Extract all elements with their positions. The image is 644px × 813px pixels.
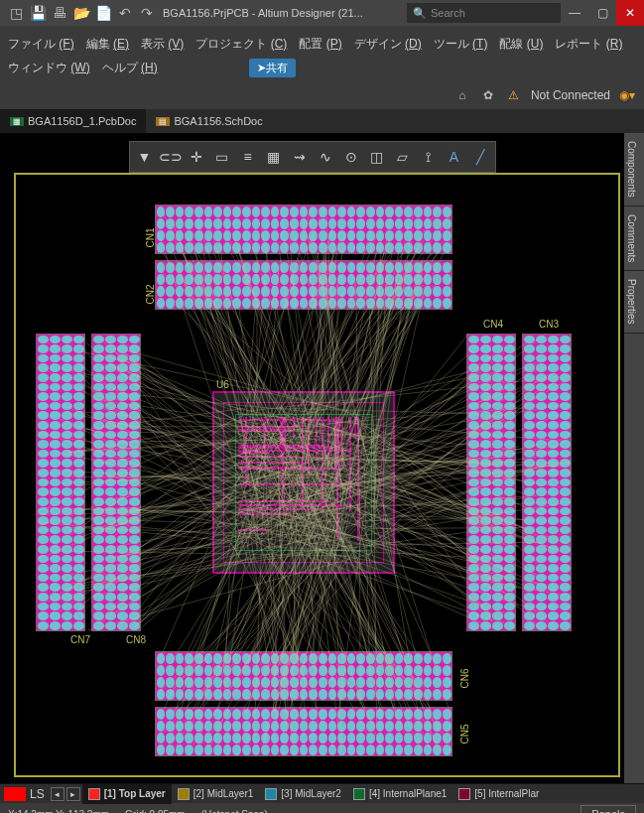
layer-prev-button[interactable]: ◂ [51,787,64,801]
magnet-icon[interactable]: ⊂⊃ [158,144,184,170]
search-input[interactable]: 🔍 Search [407,3,561,23]
filter-icon[interactable]: ▼ [132,144,158,170]
save-icon[interactable]: 💾 [28,3,48,23]
layer-tab[interactable]: [5] InternalPlar [452,784,545,804]
menu-help[interactable]: ヘルプ (H) [102,60,158,76]
menu-item[interactable]: ツール (T) [434,36,488,53]
status-grid: Grid: 0.05mm [125,809,186,814]
gear-icon[interactable]: ✿ [479,88,497,102]
menu-item[interactable]: デザイン (D) [354,36,422,53]
layer-color-swatch [4,787,26,801]
bga-u6: U6 [214,393,393,572]
warning-icon[interactable]: ⚠ [505,88,523,102]
label-cn2: CN2 [145,284,156,304]
maximize-button[interactable]: ▢ [588,0,616,26]
label-ls: LS [30,787,45,801]
label-cn3: CN3 [539,319,559,330]
open-icon[interactable]: 📂 [71,3,91,23]
label-cn1: CN1 [145,227,156,247]
app-icon: ◳ [6,3,26,23]
menu-window[interactable]: ウィンドウ (W) [8,60,90,76]
menu-item[interactable]: プロジェクト (C) [195,36,287,53]
user-icon[interactable]: ◉▾ [618,88,636,102]
layer-tab[interactable]: [3] MidLayer2 [259,784,347,804]
status-snap: (Hotspot Snap) [201,809,268,814]
document-tab[interactable]: ▤BGA1156.SchDoc [146,109,272,133]
svg-line-95 [288,229,332,417]
document-tab[interactable]: ▦BGA1156D_1.PcbDoc [0,109,146,133]
window-title: BGA1156.PrjPCB - Altium Designer (21... [163,7,407,19]
layer-next-button[interactable]: ▸ [66,787,80,801]
text-icon[interactable]: A [442,144,467,170]
side-tab-comments[interactable]: Comments [624,206,644,271]
label-cn5: CN5 [459,724,470,744]
select-icon[interactable]: ▭ [209,144,235,170]
layer-tab[interactable]: [1] Top Layer [82,784,172,804]
layer-tab[interactable]: [4] InternalPlane1 [347,784,452,804]
pcb-canvas[interactable]: U6 CN1 CN2 CN7 CN8 CN4 CN3 CN6 CN5 [14,173,620,777]
layer-bar: LS ◂ ▸ [1] Top Layer[2] MidLayer1[3] Mid… [0,783,644,803]
pad-icon[interactable]: ▦ [261,144,287,170]
print-icon[interactable]: 🖶 [50,3,69,23]
menu-item[interactable]: ファイル (F) [8,36,74,53]
label-cn7: CN7 [70,634,90,645]
status-coord: X:14.2mm Y:-113.2mm [8,809,109,814]
status-bar: X:14.2mm Y:-113.2mm Grid: 0.05mm (Hotspo… [0,803,644,813]
close-button[interactable]: ✕ [616,0,644,26]
label-cn6: CN6 [459,668,470,688]
fill-icon[interactable]: ◫ [364,144,390,170]
open2-icon[interactable]: 📄 [93,3,113,23]
undo-icon[interactable]: ↶ [115,3,135,23]
label-cn8: CN8 [126,634,146,645]
search-placeholder: Search [431,7,465,19]
side-tab-components[interactable]: Components [624,133,644,206]
layer-tab[interactable]: [2] MidLayer1 [172,784,260,804]
minimize-button[interactable]: — [561,0,588,26]
diff-icon[interactable]: ∿ [313,144,338,170]
side-tab-properties[interactable]: Properties [624,271,644,334]
align-icon[interactable]: ≡ [235,144,261,170]
panels-button[interactable]: Panels [580,805,636,813]
line-icon[interactable]: ╱ [467,144,493,170]
via-icon[interactable]: ⊙ [338,144,364,170]
label-u6: U6 [216,379,229,390]
menu-item[interactable]: レポート (R) [555,36,622,53]
pcb-editor[interactable]: ▼ ⊂⊃ ✛ ▭ ≡ ▦ ⇝ ∿ ⊙ ◫ ▱ ⟟ A ╱ U6 CN1 [0,133,624,783]
home-icon[interactable]: ⌂ [453,88,471,102]
connect-status: Not Connected [531,88,610,102]
editor-toolbar: ▼ ⊂⊃ ✛ ▭ ≡ ▦ ⇝ ∿ ⊙ ◫ ▱ ⟟ A ╱ [129,141,496,173]
dim-icon[interactable]: ⟟ [416,144,442,170]
label-cn4: CN4 [483,319,503,330]
menu-item[interactable]: 配線 (U) [499,36,543,53]
crosshair-icon[interactable]: ✛ [184,144,209,170]
menu-item[interactable]: 編集 (E) [86,36,129,53]
measure-icon[interactable]: ▱ [390,144,416,170]
menu-item[interactable]: 表示 (V) [141,36,184,53]
route-icon[interactable]: ⇝ [287,144,313,170]
redo-icon[interactable]: ↷ [137,3,157,23]
share-button[interactable]: ➤ 共有 [249,59,296,77]
menu-item[interactable]: 配置 (P) [299,36,341,53]
